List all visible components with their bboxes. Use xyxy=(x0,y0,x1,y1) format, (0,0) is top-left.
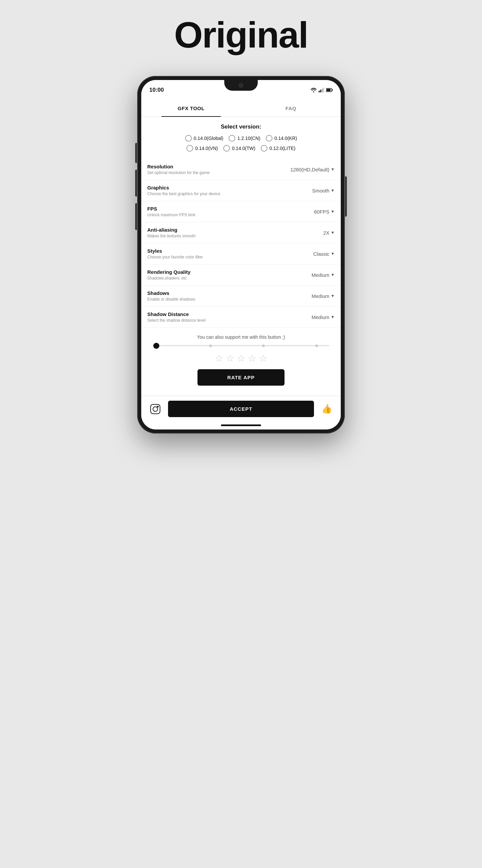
setting-shadow-distance-sub: Select the shadow distance level xyxy=(147,318,312,323)
version-title: Select version: xyxy=(147,124,335,130)
support-text: You can also support me with this button… xyxy=(147,334,335,340)
screen-content: Select version: 0.14.0(Global) 1.2.10(CN… xyxy=(141,117,341,430)
setting-shadow-distance-value: Medium xyxy=(312,314,329,320)
setting-shadows-dropdown[interactable]: Medium ▼ xyxy=(312,293,335,299)
setting-graphics-dropdown[interactable]: Smooth ▼ xyxy=(312,188,335,193)
star-5[interactable]: ☆ xyxy=(259,353,267,364)
setting-styles-sub: Choose your favorite color filter xyxy=(147,255,313,259)
graphics-dropdown-arrow: ▼ xyxy=(331,188,335,193)
setting-graphics: Graphics Choose the best graphics for yo… xyxy=(141,180,341,201)
tab-gfx-tool[interactable]: GFX TOOL xyxy=(141,100,241,117)
svg-rect-5 xyxy=(332,89,333,91)
setting-styles-label: Styles Choose your favorite color filter xyxy=(147,248,313,259)
setting-fps-title: FPS xyxy=(147,206,314,212)
thumbs-up-icon[interactable]: 👍 xyxy=(319,402,334,416)
page-title: Original xyxy=(174,13,308,56)
setting-fps: FPS Unlock maximum FPS limit 60FPS ▼ xyxy=(141,201,341,222)
setting-rendering-dropdown[interactable]: Medium ▼ xyxy=(312,272,335,278)
radio-cn[interactable] xyxy=(229,135,235,142)
setting-resolution-sub: Set optimal resolution for the game xyxy=(147,170,290,175)
setting-resolution-value: 1280(HD,Default) xyxy=(290,167,329,173)
svg-rect-0 xyxy=(319,91,320,92)
instagram-icon[interactable] xyxy=(148,402,163,416)
antialiasing-dropdown-arrow: ▼ xyxy=(331,230,335,235)
setting-antialiasing-value: 2X xyxy=(323,230,329,236)
setting-rendering-sub: Shadows,shaders, etc xyxy=(147,276,312,281)
radio-tw[interactable] xyxy=(223,145,230,152)
slider-tick-2 xyxy=(262,344,265,347)
shadows-dropdown-arrow: ▼ xyxy=(331,293,335,298)
star-2[interactable]: ☆ xyxy=(226,353,234,364)
setting-shadow-distance: Shadow Distance Select the shadow distan… xyxy=(141,307,341,328)
setting-shadows: Shadows Enable or disable shadows Medium… xyxy=(141,285,341,307)
setting-shadows-sub: Enable or disable shadows xyxy=(147,297,312,302)
tab-bar: GFX TOOL FAQ xyxy=(141,100,341,117)
side-button-power xyxy=(135,203,137,230)
status-bar: 10:00 xyxy=(141,80,341,100)
slider-thumb[interactable] xyxy=(153,343,159,349)
signal-icon xyxy=(319,88,324,92)
setting-rendering-value: Medium xyxy=(312,272,329,278)
star-3[interactable]: ☆ xyxy=(237,353,245,364)
radio-global[interactable] xyxy=(185,135,192,142)
home-indicator xyxy=(221,425,261,426)
radio-lite[interactable] xyxy=(261,145,267,152)
battery-icon xyxy=(326,88,333,92)
setting-shadow-distance-label: Shadow Distance Select the shadow distan… xyxy=(147,311,312,323)
setting-resolution: Resolution Set optimal resolution for th… xyxy=(141,159,341,180)
setting-styles: Styles Choose your favorite color filter… xyxy=(141,243,341,265)
version-option-tw[interactable]: 0.14.0(TW) xyxy=(223,145,255,152)
setting-antialiasing-title: Anti-aliasing xyxy=(147,227,323,232)
setting-rendering-label: Rendering Quality Shadows,shaders, etc xyxy=(147,269,312,281)
status-time: 10:00 xyxy=(149,87,164,93)
rendering-dropdown-arrow: ▼ xyxy=(331,273,335,277)
setting-antialiasing-dropdown[interactable]: 2X ▼ xyxy=(323,230,335,236)
version-option-cn[interactable]: 1.2.10(CN) xyxy=(229,135,260,142)
setting-shadows-label: Shadows Enable or disable shadows xyxy=(147,290,312,302)
camera xyxy=(239,83,243,88)
setting-resolution-label: Resolution Set optimal resolution for th… xyxy=(147,164,290,175)
accept-button[interactable]: ACCEPT xyxy=(168,401,314,417)
setting-shadows-title: Shadows xyxy=(147,290,312,296)
setting-shadows-value: Medium xyxy=(312,293,329,299)
rate-app-button[interactable]: RATE APP xyxy=(197,369,285,385)
setting-fps-value: 60FPS xyxy=(314,209,329,215)
version-label-global: 0.14.0(Global) xyxy=(194,135,224,141)
tab-faq[interactable]: FAQ xyxy=(241,100,341,117)
shadow-distance-dropdown-arrow: ▼ xyxy=(331,315,335,319)
svg-rect-2 xyxy=(322,89,323,92)
version-label-tw: 0.14.0(TW) xyxy=(232,146,255,151)
radio-kr[interactable] xyxy=(266,135,272,142)
svg-rect-3 xyxy=(323,88,324,92)
version-option-global[interactable]: 0.14.0(Global) xyxy=(185,135,224,142)
version-label-vn: 0.14.0(VN) xyxy=(195,146,218,151)
styles-dropdown-arrow: ▼ xyxy=(331,251,335,256)
slider-container[interactable] xyxy=(147,345,335,346)
setting-resolution-dropdown[interactable]: 1280(HD,Default) ▼ xyxy=(290,167,335,173)
version-option-vn[interactable]: 0.14.0(VN) xyxy=(187,145,218,152)
fps-dropdown-arrow: ▼ xyxy=(331,209,335,214)
status-icons xyxy=(311,88,333,92)
setting-styles-dropdown[interactable]: Classic ▼ xyxy=(313,251,335,257)
version-option-kr[interactable]: 0.14.0(KR) xyxy=(266,135,297,142)
radio-vn[interactable] xyxy=(187,145,193,152)
setting-shadow-distance-title: Shadow Distance xyxy=(147,311,312,317)
version-label-kr: 0.14.0(KR) xyxy=(275,135,297,141)
version-row-1: 0.14.0(Global) 1.2.10(CN) 0.14.0(KR) xyxy=(147,135,335,142)
version-option-lite[interactable]: 0.12.0(LITE) xyxy=(261,145,295,152)
star-1[interactable]: ☆ xyxy=(215,353,223,364)
setting-fps-dropdown[interactable]: 60FPS ▼ xyxy=(314,209,335,215)
setting-graphics-title: Graphics xyxy=(147,185,312,190)
setting-rendering: Rendering Quality Shadows,shaders, etc M… xyxy=(141,265,341,285)
star-4[interactable]: ☆ xyxy=(248,353,256,364)
setting-styles-value: Classic xyxy=(313,251,329,257)
setting-shadow-distance-dropdown[interactable]: Medium ▼ xyxy=(312,314,335,320)
version-label-cn: 1.2.10(CN) xyxy=(237,135,260,141)
setting-graphics-value: Smooth xyxy=(312,188,329,193)
slider-track[interactable] xyxy=(153,345,329,346)
slider-tick-3 xyxy=(315,344,318,347)
svg-rect-1 xyxy=(320,90,321,92)
bottom-bar: ACCEPT 👍 xyxy=(141,396,341,422)
svg-rect-6 xyxy=(327,89,331,91)
side-button-volume-up xyxy=(135,143,137,163)
